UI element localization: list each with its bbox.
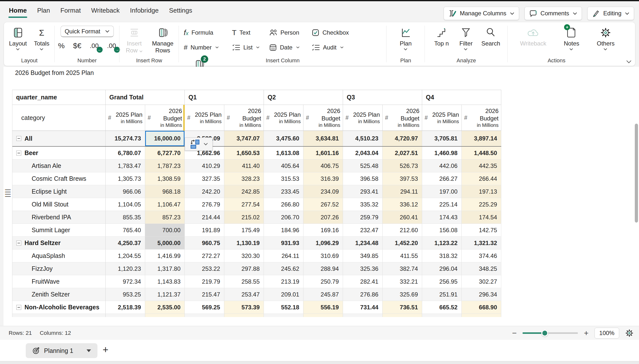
value-cell[interactable]: 731.44 [343, 301, 382, 314]
value-cell[interactable]: 225.14 [422, 198, 462, 211]
value-cell[interactable]: 968.18 [145, 185, 185, 198]
value-cell[interactable]: 215.02 [224, 211, 264, 224]
value-cell[interactable]: 142.75 [462, 224, 501, 236]
value-cell[interactable]: 197.13 [462, 185, 501, 198]
value-cell[interactable]: 406.75 [304, 160, 343, 172]
date-column-button[interactable]: Date [269, 40, 312, 54]
text-column-button[interactable]: T Text [232, 26, 269, 40]
value-cell[interactable]: 405.64 [264, 160, 304, 172]
others-button[interactable]: Others [594, 25, 617, 52]
quick-format-dropdown[interactable]: Quick Format [60, 26, 114, 37]
plan-button[interactable]: Plan [396, 25, 416, 52]
row-label[interactable]: AquaSplash [12, 250, 106, 262]
menu-item-plan[interactable]: Plan [37, 7, 50, 18]
value-cell[interactable]: 315.53 [264, 172, 304, 185]
row-drag-handle[interactable] [5, 190, 11, 197]
value-cell[interactable]: 1,104.05 [106, 198, 145, 211]
row-label[interactable]: All [12, 131, 106, 146]
selected-cell[interactable]: 16,000.00 [145, 131, 185, 146]
measure-header-budget[interactable]: #2026 Budgetin Millions [382, 105, 422, 131]
value-cell[interactable]: 1,416.99 [145, 250, 185, 262]
value-cell[interactable]: 327.35 [185, 172, 224, 185]
value-cell[interactable]: 1,787.23 [145, 160, 185, 172]
value-cell[interactable]: 1,106.47 [145, 198, 185, 211]
row-label[interactable]: Cosmic Craft Brews [12, 172, 106, 185]
notes-button[interactable]: + Notes [561, 25, 582, 52]
column-group-q4[interactable]: Q4 [422, 90, 501, 105]
value-cell[interactable]: 282.41 [343, 275, 382, 288]
measure-header-budget[interactable]: #2026 Budgetin Millions [462, 105, 501, 131]
value-cell[interactable]: 700.00 [145, 224, 185, 236]
value-cell[interactable]: 552.18 [264, 301, 304, 314]
row-label[interactable]: Eclipse Light [12, 185, 106, 198]
menu-item-infobridge[interactable]: Infobridge [130, 7, 159, 18]
increase-decimal-button[interactable]: .00→ [106, 41, 117, 51]
value-cell[interactable]: 260.41 [382, 211, 422, 224]
collapse-icon[interactable] [16, 305, 21, 310]
value-cell[interactable]: 169.16 [304, 224, 343, 236]
value-cell[interactable]: 3,634.81 [304, 131, 343, 146]
value-cell[interactable]: 1,120.23 [106, 262, 145, 275]
value-cell[interactable]: 4,250.37 [106, 237, 145, 249]
value-cell[interactable]: 320.30 [224, 250, 264, 262]
value-cell[interactable]: 3,747.07 [224, 131, 264, 146]
value-cell[interactable]: 214.44 [185, 211, 224, 224]
column-group-q3[interactable]: Q3 [343, 90, 422, 105]
value-cell[interactable]: 310.69 [304, 250, 343, 262]
value-cell[interactable]: 3,475.60 [264, 131, 304, 146]
value-cell[interactable]: 4,720.97 [382, 131, 422, 146]
value-cell[interactable]: 191.89 [185, 224, 224, 236]
collapse-icon[interactable] [16, 150, 21, 156]
value-cell[interactable]: 972.34 [106, 275, 145, 288]
value-cell[interactable]: 1,448.50 [462, 147, 501, 159]
value-cell[interactable]: 234.09 [304, 185, 343, 198]
value-cell[interactable]: 2,043.04 [343, 147, 382, 159]
value-cell[interactable]: 245.62 [264, 262, 304, 275]
value-cell[interactable]: 3,897.14 [462, 131, 501, 146]
value-cell[interactable]: 526.73 [382, 160, 422, 172]
search-button[interactable]: Search [479, 25, 502, 52]
value-cell[interactable]: 556.19 [304, 301, 343, 314]
measure-header-budget-selected[interactable]: #2026 Budgetin Millions [145, 105, 185, 131]
row-label[interactable]: Riverbend IPA [12, 211, 106, 224]
value-cell[interactable]: 3,705.81 [422, 131, 462, 146]
measure-header-plan[interactable]: #2025 Planin Millions [422, 105, 462, 131]
value-cell[interactable]: 1,234.48 [343, 237, 382, 249]
value-cell[interactable]: 207.26 [304, 211, 343, 224]
value-cell[interactable]: 569.25 [185, 301, 224, 314]
value-cell[interactable]: 931.93 [264, 237, 304, 249]
row-dimension-header[interactable]: quarter_name [12, 90, 106, 105]
grid-settings-gear-icon[interactable] [625, 329, 634, 337]
value-cell[interactable]: 174.54 [462, 211, 501, 224]
value-cell[interactable]: 297.88 [224, 262, 264, 275]
value-cell[interactable]: 175.49 [224, 224, 264, 236]
value-cell[interactable]: 6,780.07 [106, 147, 145, 159]
zoom-in-button[interactable]: + [584, 329, 588, 337]
value-cell[interactable]: 296.04 [422, 262, 462, 275]
value-cell[interactable]: 325.36 [343, 262, 382, 275]
value-cell[interactable]: 242.20 [185, 185, 224, 198]
value-cell[interactable]: 197.00 [422, 185, 462, 198]
value-cell[interactable]: 251.91 [422, 288, 462, 301]
value-cell[interactable]: 397.53 [382, 172, 422, 185]
value-cell[interactable]: 5,000.00 [145, 237, 185, 249]
row-label[interactable]: Beer [12, 147, 106, 159]
category-dimension-header[interactable]: category [12, 105, 106, 131]
manage-rows-button[interactable]: Manage Rows [149, 25, 176, 55]
value-cell[interactable]: 213.19 [264, 275, 304, 288]
value-cell[interactable]: 411.55 [382, 250, 422, 262]
value-cell[interactable]: 174.43 [422, 211, 462, 224]
value-cell[interactable]: 960.75 [185, 237, 224, 249]
row-label[interactable]: FruitWave [12, 275, 106, 288]
zoom-slider-knob[interactable] [541, 330, 548, 336]
value-cell[interactable]: 855.35 [106, 211, 145, 224]
value-cell[interactable]: 267.52 [304, 198, 343, 211]
value-cell[interactable]: 253.22 [185, 262, 224, 275]
ribbon-collapse-chevron[interactable] [626, 60, 632, 63]
value-cell[interactable]: 233.45 [264, 185, 304, 198]
value-cell[interactable]: 525.48 [343, 160, 382, 172]
value-cell[interactable]: 293.41 [343, 185, 382, 198]
value-cell[interactable]: 1,143.83 [145, 275, 185, 288]
value-cell[interactable]: 765.40 [106, 224, 145, 236]
value-cell[interactable]: 411.40 [224, 160, 264, 172]
